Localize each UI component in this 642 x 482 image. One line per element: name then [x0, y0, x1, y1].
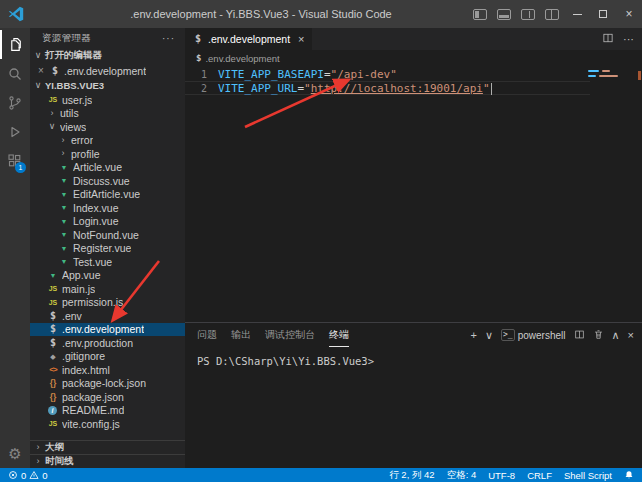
tree-item-label: Index.vue	[73, 202, 119, 214]
tree-item-profile[interactable]: ›profile	[30, 147, 185, 161]
tab-env-development[interactable]: $ .env.development ×	[185, 28, 312, 50]
env-file-icon: $	[49, 66, 61, 76]
line-number: 2	[185, 83, 207, 94]
sidebar-header: 资源管理器 ···	[30, 28, 185, 48]
toggle-panel-icon[interactable]	[497, 9, 511, 20]
json-file-icon: {}	[47, 379, 59, 388]
tree-item-.gitignore[interactable]: ◆.gitignore	[30, 350, 185, 364]
env-file-icon: $	[196, 53, 201, 63]
tree-item-views[interactable]: ∨views	[30, 120, 185, 134]
outline-section[interactable]: › 大纲	[30, 440, 185, 454]
breadcrumb-item[interactable]: .env.development	[205, 53, 279, 64]
maximize-panel-icon[interactable]: ∧	[612, 330, 620, 341]
problems-status[interactable]: 0 0	[8, 470, 48, 481]
notifications-bell-icon[interactable]	[624, 470, 634, 480]
breadcrumb[interactable]: $ .env.development	[185, 50, 642, 66]
tree-item-NotFound.vue[interactable]: ▼NotFound.vue	[30, 228, 185, 242]
more-actions-icon[interactable]: ···	[162, 33, 175, 44]
error-count: 0	[21, 470, 26, 481]
minimize-button[interactable]	[564, 0, 590, 28]
terminal-name: powershell	[518, 330, 566, 341]
code-line-2[interactable]: 2VITE_APP_URL="http://localhost:19001/ap…	[185, 81, 590, 95]
tree-item-label: profile	[71, 148, 100, 160]
env-file-icon: $	[47, 311, 59, 321]
tree-item-Index.vue[interactable]: ▼Index.vue	[30, 201, 185, 215]
tab-label: .env.development	[208, 33, 290, 45]
error-icon	[8, 470, 18, 480]
tree-item-.env.production[interactable]: $.env.production	[30, 336, 185, 350]
open-editors-label: 打开的编辑器	[45, 49, 102, 62]
search-icon[interactable]	[0, 59, 30, 88]
tree-item-App.vue[interactable]: ▼App.vue	[30, 269, 185, 283]
tree-item-Register.vue[interactable]: ▼Register.vue	[30, 242, 185, 256]
panel-tab-输出[interactable]: 输出	[231, 323, 251, 347]
language-mode[interactable]: Shell Script	[564, 470, 612, 481]
tree-item-package-lock.json[interactable]: {}package-lock.json	[30, 377, 185, 391]
status-bar: 0 0 行 2, 列 42空格: 4UTF-8CRLFShell Script	[0, 468, 642, 482]
tree-item-package.json[interactable]: {}package.json	[30, 390, 185, 404]
js-file-icon: JS	[47, 299, 59, 306]
text-cursor	[491, 83, 492, 95]
terminal-dropdown-icon[interactable]: ∨	[485, 330, 493, 341]
settings-gear-icon[interactable]: ⚙	[8, 447, 21, 462]
tree-item-permission.js[interactable]: JSpermission.js	[30, 296, 185, 310]
vue-file-icon: ▼	[58, 231, 70, 238]
customize-layout-icon[interactable]	[545, 9, 559, 20]
project-root-header[interactable]: ∨ YI.BBS.VUE3	[30, 78, 185, 93]
code-line-1[interactable]: 1VITE_APP_BASEAPI="/api-dev"	[185, 67, 590, 81]
split-terminal-icon[interactable]	[574, 329, 585, 342]
new-terminal-icon[interactable]: +	[471, 330, 477, 341]
timeline-label: 时间线	[45, 455, 74, 468]
panel-tab-终端[interactable]: 终端	[329, 323, 349, 347]
tree-item-Article.vue[interactable]: ▼Article.vue	[30, 161, 185, 175]
tree-item-main.js[interactable]: JSmain.js	[30, 282, 185, 296]
open-editor-item[interactable]: × $ .env.development	[30, 63, 185, 78]
code-editor[interactable]: 1VITE_APP_BASEAPI="/api-dev"2VITE_APP_UR…	[185, 66, 642, 322]
tree-item-.env.development[interactable]: $.env.development	[30, 323, 185, 337]
tree-item-index.html[interactable]: <>index.html	[30, 363, 185, 377]
kill-terminal-icon[interactable]	[593, 329, 604, 342]
terminal-output[interactable]: PS D:\CSharp\Yi\Yi.BBS.Vue3>	[185, 347, 642, 468]
json-file-icon: {}	[47, 393, 59, 402]
chevron-right-icon: ›	[58, 136, 68, 145]
vscode-logo-icon	[8, 6, 24, 22]
explorer-icon[interactable]	[0, 30, 30, 59]
more-actions-icon[interactable]: ···	[623, 33, 634, 45]
encoding[interactable]: UTF-8	[488, 470, 515, 481]
minimap[interactable]	[588, 70, 630, 77]
tree-item-error[interactable]: ›error	[30, 134, 185, 148]
panel-tab-调试控制台[interactable]: 调试控制台	[265, 323, 315, 347]
cursor-position[interactable]: 行 2, 列 42	[389, 469, 434, 482]
html-file-icon: <>	[47, 366, 59, 374]
tree-item-utils[interactable]: ›utils	[30, 107, 185, 121]
toggle-sidebar-icon[interactable]	[473, 9, 487, 20]
source-control-icon[interactable]	[0, 88, 30, 117]
panel-tab-问题[interactable]: 问题	[197, 323, 217, 347]
tree-item-vite.config.js[interactable]: JSvite.config.js	[30, 417, 185, 431]
eol[interactable]: CRLF	[527, 470, 552, 481]
tree-item-Discuss.vue[interactable]: ▼Discuss.vue	[30, 174, 185, 188]
toggle-secondary-sidebar-icon[interactable]	[521, 9, 535, 20]
tree-item-README.md[interactable]: iREADME.md	[30, 404, 185, 418]
tree-item-user.js[interactable]: JSuser.js	[30, 93, 185, 107]
extensions-icon[interactable]: 1	[0, 146, 30, 175]
chevron-down-icon: ∨	[33, 51, 43, 60]
maximize-button[interactable]	[590, 0, 616, 28]
tree-item-.env[interactable]: $.env	[30, 309, 185, 323]
split-editor-icon[interactable]	[602, 32, 614, 46]
run-debug-icon[interactable]	[0, 117, 30, 146]
close-tab-icon[interactable]: ×	[298, 33, 304, 45]
indentation[interactable]: 空格: 4	[447, 469, 477, 482]
vscode-window: .env.development - Yi.BBS.Vue3 - Visual …	[0, 0, 642, 482]
terminal-selector[interactable]: >_ powershell	[501, 329, 565, 341]
open-editors-header[interactable]: ∨ 打开的编辑器	[30, 48, 185, 63]
close-window-button[interactable]: ×	[616, 0, 642, 28]
timeline-section[interactable]: › 时间线	[30, 454, 185, 468]
chevron-down-icon: ∨	[47, 122, 57, 131]
titlebar-controls: ×	[468, 0, 642, 28]
close-panel-icon[interactable]: ×	[628, 330, 634, 341]
tree-item-Login.vue[interactable]: ▼Login.vue	[30, 215, 185, 229]
tree-item-Test.vue[interactable]: ▼Test.vue	[30, 255, 185, 269]
tree-item-EditArticle.vue[interactable]: ▼EditArticle.vue	[30, 188, 185, 202]
close-editor-icon[interactable]: ×	[36, 65, 46, 76]
